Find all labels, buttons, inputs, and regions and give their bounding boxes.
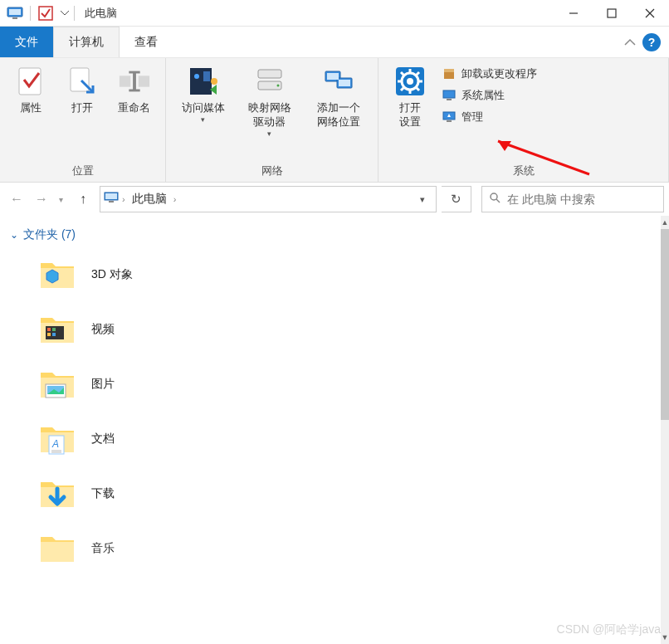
folder-icon xyxy=(35,526,80,571)
history-dropdown[interactable]: ▾ xyxy=(55,188,66,211)
search-box[interactable] xyxy=(481,186,664,212)
computer-icon[interactable] xyxy=(3,2,27,25)
svg-rect-51 xyxy=(52,328,56,331)
open-settings-button[interactable]: 打开 设置 xyxy=(383,61,437,133)
mapdrive-label: 映射网络 驱动器 xyxy=(248,101,291,129)
scroll-up-icon[interactable]: ▲ xyxy=(661,216,669,229)
qat-separator xyxy=(74,6,75,21)
content-area: ⌄ 文件夹 (7) 3D 对象 视频 图片 A 文档 下载 xyxy=(0,216,661,644)
search-icon xyxy=(489,192,501,207)
folder-label: 3D 对象 xyxy=(91,267,133,282)
system-side-list: 卸载或更改程序 系统属性 管理 xyxy=(437,61,542,129)
section-folders-header[interactable]: ⌄ 文件夹 (7) xyxy=(10,222,661,247)
svg-rect-45 xyxy=(109,201,114,202)
svg-rect-44 xyxy=(105,193,117,199)
maximize-button[interactable] xyxy=(593,0,631,27)
computer-icon xyxy=(104,192,119,207)
opensettings-label: 打开 设置 xyxy=(399,101,421,129)
folder-icon xyxy=(35,362,80,407)
access-media-button[interactable]: 访问媒体 ▾ xyxy=(171,61,235,127)
folder-music[interactable]: 音乐 xyxy=(10,521,661,576)
group-system-label: 系统 xyxy=(383,160,663,180)
refresh-button[interactable]: ↻ xyxy=(442,186,471,212)
svg-rect-53 xyxy=(52,333,56,336)
monitor-icon xyxy=(442,88,457,103)
ribbon-group-location: 属性 打开 重命名 位置 xyxy=(0,58,166,182)
folder-3d-objects[interactable]: 3D 对象 xyxy=(10,247,661,302)
uninstall-programs-button[interactable]: 卸载或更改程序 xyxy=(438,65,540,83)
folder-videos[interactable]: 视频 xyxy=(10,302,661,357)
scrollbar[interactable]: ▲ ▼ xyxy=(661,216,669,644)
minimize-button[interactable] xyxy=(554,0,593,27)
help-button[interactable]: ? xyxy=(642,33,661,51)
folder-label: 文档 xyxy=(91,432,115,446)
watermark: CSDN @阿哈学java xyxy=(557,622,661,637)
svg-rect-2 xyxy=(12,17,17,19)
ribbon-group-system: 打开 设置 卸载或更改程序 系统属性 管理 系统 xyxy=(378,58,669,182)
address-dropdown[interactable]: ▾ xyxy=(413,194,432,205)
qat-separator xyxy=(30,6,31,21)
manage-icon xyxy=(442,110,457,124)
window-title: 此电脑 xyxy=(85,6,554,21)
sysprops-label: 系统属性 xyxy=(461,88,505,103)
folder-label: 音乐 xyxy=(91,541,115,556)
chevron-down-icon: ⌄ xyxy=(10,229,18,241)
svg-rect-19 xyxy=(258,70,281,78)
back-button[interactable]: ← xyxy=(5,188,28,211)
tab-file[interactable]: 文件 xyxy=(0,27,53,57)
scroll-thumb[interactable] xyxy=(661,229,669,420)
title-bar: 此电脑 xyxy=(0,0,669,27)
svg-rect-38 xyxy=(444,69,454,72)
folder-documents[interactable]: A 文档 xyxy=(10,412,661,466)
svg-rect-25 xyxy=(339,80,350,86)
dropdown-icon: ▾ xyxy=(267,129,271,138)
breadcrumb-arrow-icon[interactable]: › xyxy=(173,194,177,204)
addloc-label: 添加一个 网络位置 xyxy=(317,101,360,129)
svg-rect-11 xyxy=(139,76,149,86)
up-button[interactable]: ↑ xyxy=(71,188,95,211)
svg-text:A: A xyxy=(51,438,59,450)
rename-button[interactable]: 重命名 xyxy=(109,61,160,119)
ribbon-tabs: 文件 计算机 查看 ? xyxy=(0,27,669,58)
address-bar[interactable]: › 此电脑 › ▾ xyxy=(100,186,437,212)
add-network-location-button[interactable]: 添加一个 网络位置 xyxy=(304,61,373,133)
svg-rect-52 xyxy=(47,333,51,336)
map-drive-button[interactable]: 映射网络 驱动器 ▾ xyxy=(235,61,304,141)
close-button[interactable] xyxy=(631,0,669,27)
open-button[interactable]: 打开 xyxy=(56,61,108,119)
folder-icon xyxy=(35,252,80,297)
folder-label: 视频 xyxy=(91,322,115,337)
folder-downloads[interactable]: 下载 xyxy=(10,466,661,521)
breadcrumb-this-pc[interactable]: 此电脑 xyxy=(129,192,170,207)
folder-pictures[interactable]: 图片 xyxy=(10,357,661,412)
folder-icon xyxy=(35,307,80,352)
collapse-ribbon-button[interactable] xyxy=(624,36,636,49)
svg-rect-24 xyxy=(327,73,339,80)
network-location-icon xyxy=(322,65,355,98)
svg-point-21 xyxy=(276,85,279,87)
search-input[interactable] xyxy=(507,193,657,206)
svg-line-47 xyxy=(496,199,500,202)
breadcrumb-arrow-icon[interactable]: › xyxy=(122,194,125,204)
qat-dropdown-icon[interactable] xyxy=(59,2,71,25)
svg-rect-39 xyxy=(443,90,455,98)
dropdown-icon: ▾ xyxy=(201,115,205,124)
svg-rect-50 xyxy=(47,328,51,331)
rename-label: 重命名 xyxy=(118,101,150,115)
navigation-bar: ← → ▾ ↑ › 此电脑 › ▾ ↻ xyxy=(0,183,669,216)
properties-button[interactable]: 属性 xyxy=(5,61,56,119)
folder-label: 图片 xyxy=(91,377,115,392)
system-properties-button[interactable]: 系统属性 xyxy=(438,86,540,105)
scroll-down-icon[interactable]: ▼ xyxy=(661,631,669,644)
tab-computer[interactable]: 计算机 xyxy=(53,27,120,57)
manage-button[interactable]: 管理 xyxy=(438,108,540,126)
properties-check-icon[interactable] xyxy=(34,2,57,25)
svg-rect-5 xyxy=(608,9,616,17)
properties-icon xyxy=(14,65,47,98)
tab-view[interactable]: 查看 xyxy=(120,27,173,57)
group-location-label: 位置 xyxy=(5,160,160,180)
section-title: 文件夹 (7) xyxy=(23,227,76,242)
forward-button[interactable]: → xyxy=(30,188,53,211)
folder-label: 下载 xyxy=(91,486,115,501)
settings-icon xyxy=(393,65,427,98)
